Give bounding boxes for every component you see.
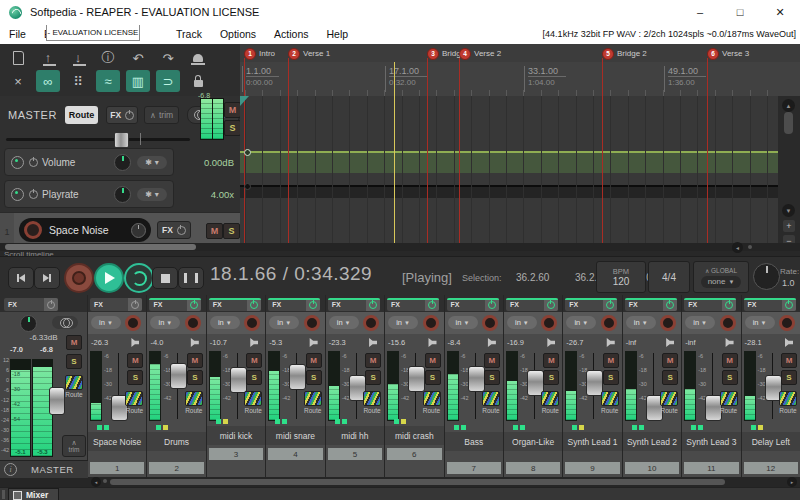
master-pan-knob[interactable] [20, 315, 37, 332]
solo-button[interactable]: S [246, 370, 262, 385]
volume-envelope-row[interactable]: Volume ✱▾ [4, 148, 174, 176]
fx-power-icon[interactable] [187, 298, 201, 311]
record-arm-button[interactable] [185, 315, 201, 331]
channel-number[interactable]: 7 [447, 462, 501, 474]
speaker-icon[interactable] [545, 338, 555, 347]
channel-fx-button[interactable]: FX [268, 298, 320, 311]
mixer-channel-strip[interactable]: FX in▼ -5.3 -6 -18 -30 -42 [266, 295, 324, 477]
input-select[interactable]: in▼ [210, 316, 240, 329]
channel-number[interactable]: 9 [565, 462, 619, 474]
fx-power-icon[interactable] [44, 298, 58, 311]
route-button[interactable]: Route [423, 391, 441, 414]
channel-fx-button[interactable]: FX [90, 298, 142, 311]
channel-fx-button[interactable]: FX [744, 298, 796, 311]
fx-power-icon[interactable] [544, 298, 558, 311]
route-button[interactable]: Route [660, 391, 678, 414]
horizontal-scrollbar[interactable]: ◂ [0, 243, 800, 251]
channel-volume-fader[interactable] [289, 364, 306, 390]
new-project-icon[interactable] [6, 48, 30, 68]
envelope-point[interactable] [244, 149, 251, 156]
channel-name[interactable]: midi crash [385, 426, 443, 445]
solo-button[interactable]: S [425, 370, 441, 385]
input-select[interactable]: in▼ [566, 316, 596, 329]
mixer-channel-strip[interactable]: FX in▼ -15.6 -6 -18 -30 -42 [385, 295, 443, 477]
route-button[interactable]: Route [601, 391, 619, 414]
mute-button[interactable]: M [306, 353, 322, 368]
grid-dots-icon[interactable]: ⠿ [66, 70, 90, 92]
record-arm-button[interactable] [720, 315, 736, 331]
channel-name[interactable]: midi kick [207, 426, 265, 445]
global-automation-box[interactable]: GLOBAL none▼ [693, 261, 749, 293]
master-route-button[interactable]: Route [65, 106, 98, 124]
mixer-channel-strip[interactable]: FX in▼ -16.9 -6 -18 -30 -42 [504, 295, 562, 477]
solo-button[interactable]: S [543, 370, 559, 385]
route-button[interactable]: Route [185, 391, 203, 414]
stop-button[interactable] [152, 267, 178, 289]
envelope-knob[interactable] [114, 154, 131, 171]
mixer-master-strip[interactable]: FX -6.33dB -7.0 -6.8 1260-6-12-18-24-30-… [0, 295, 87, 460]
track-name-box[interactable]: Space Noise [19, 218, 151, 242]
speaker-icon[interactable] [248, 338, 258, 347]
master-fx-button[interactable]: FX [106, 106, 138, 124]
route-button[interactable]: Route [304, 391, 322, 414]
record-arm-button[interactable] [601, 315, 617, 331]
track-pan-knob[interactable] [131, 223, 146, 238]
vertical-scroll-thumb[interactable] [784, 112, 793, 134]
channel-volume-fader[interactable] [170, 363, 187, 389]
input-select[interactable]: in▼ [626, 316, 656, 329]
channel-fx-button[interactable]: FX [328, 298, 380, 311]
mixer-scroll-thumb[interactable] [110, 479, 725, 485]
fx-power-icon[interactable] [722, 298, 736, 311]
mute-button[interactable]: M [365, 353, 381, 368]
timeline-marker[interactable]: 5 Bridge 2 [602, 48, 647, 59]
input-select[interactable]: in▼ [91, 316, 121, 329]
record-arm-button[interactable] [24, 221, 42, 239]
channel-name[interactable]: Drums [147, 432, 205, 451]
channel-number[interactable]: 4 [268, 448, 322, 460]
info-icon[interactable]: i [4, 463, 17, 476]
go-to-end-button[interactable] [34, 267, 60, 289]
channel-fx-button[interactable]: FX [447, 298, 499, 311]
fx-power-icon[interactable] [366, 298, 380, 311]
channel-fx-button[interactable]: FX [149, 298, 201, 311]
mixer-channel-strip[interactable]: FX in▼ -23.3 -6 -18 -30 -42 [326, 295, 384, 477]
arrange-grid[interactable] [240, 96, 778, 243]
speaker-icon[interactable] [308, 338, 318, 347]
channel-fx-button[interactable]: FX [387, 298, 439, 311]
timeline-marker[interactable]: 4 Verse 2 [459, 48, 501, 59]
record-arm-button[interactable] [304, 315, 320, 331]
track-fx-button[interactable]: FX [157, 221, 191, 239]
mixer-scrollbar[interactable]: ◂ ▸ [88, 477, 800, 487]
solo-button[interactable]: S [484, 370, 500, 385]
menu-item[interactable]: Help [318, 28, 358, 40]
timeline-marker[interactable]: 1 Intro [244, 48, 275, 59]
mixer-channel-strip[interactable]: FX in▼ -inf -6 -18 -30 -42 [682, 295, 740, 477]
solo-button[interactable]: S [603, 370, 619, 385]
track-name[interactable]: Space Noise [49, 224, 131, 236]
repeat-button[interactable] [124, 263, 154, 293]
scroll-right-icon[interactable]: ▸ [787, 477, 797, 487]
speaker-icon[interactable] [783, 338, 793, 347]
input-select[interactable]: in▼ [507, 316, 537, 329]
channel-name[interactable]: Bass [445, 432, 503, 451]
menu-item[interactable]: Options [211, 28, 265, 40]
playrate-envelope-row[interactable]: Playrate ✱▾ [4, 180, 174, 208]
play-button[interactable] [94, 263, 124, 293]
bypass-icon[interactable] [11, 188, 24, 201]
master-solo-button[interactable]: S [224, 120, 241, 136]
master-volume-thumb[interactable] [114, 132, 129, 148]
channel-fx-button[interactable]: FX [625, 298, 677, 311]
route-button[interactable]: Route [720, 391, 738, 414]
master-volume-slider[interactable] [6, 132, 190, 146]
mute-button[interactable]: M [781, 353, 797, 368]
channel-number[interactable]: 10 [625, 462, 679, 474]
mute-button[interactable]: M [127, 353, 143, 368]
fx-power-icon[interactable] [177, 226, 186, 235]
channel-name[interactable]: Synth Lead 1 [563, 432, 621, 451]
fx-power-icon[interactable] [485, 298, 499, 311]
scroll-left-icon[interactable]: ◂ [732, 242, 743, 253]
mixer-channel-strip[interactable]: FX in▼ -26.3 -6 -18 -30 -42 [88, 295, 146, 477]
channel-volume-fader[interactable] [230, 367, 247, 393]
mute-button[interactable]: M [484, 353, 500, 368]
master-solo-button[interactable]: S [66, 354, 82, 369]
